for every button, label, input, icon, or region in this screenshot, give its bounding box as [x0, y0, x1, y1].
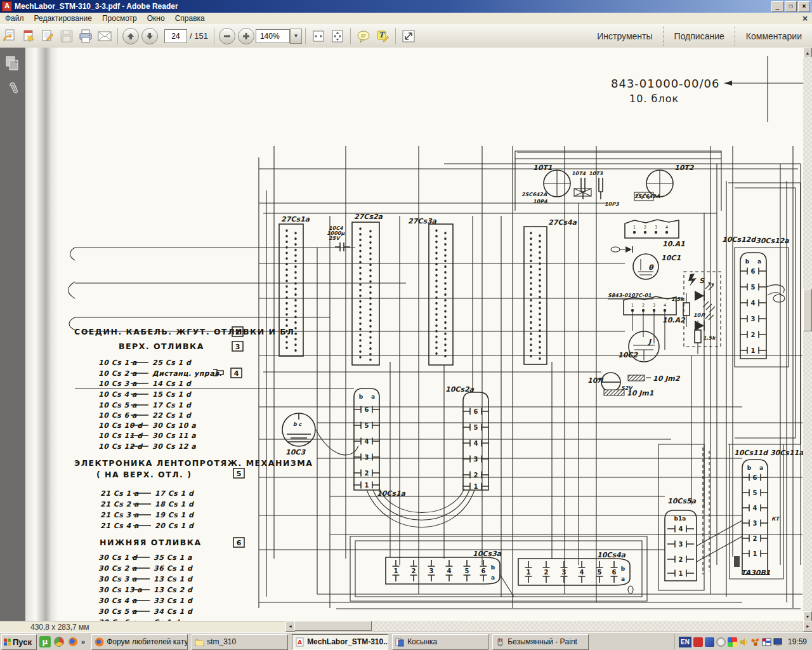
highlight-button[interactable]: T [373, 27, 392, 45]
zoom-level-value[interactable]: 140% [256, 29, 290, 43]
page-size-label: 430,8 x 283,7 мм [30, 623, 89, 632]
svg-text:2: 2 [235, 328, 240, 336]
quick-launch-overflow[interactable]: » [81, 638, 85, 646]
task-button-solitaire[interactable]: ♥ Косынка [392, 634, 488, 650]
fit-width-button[interactable] [309, 27, 328, 45]
minimize-button[interactable]: _ [771, 1, 783, 12]
create-pdf-button[interactable] [19, 27, 38, 45]
grid-icon[interactable] [762, 637, 771, 647]
scroll-right-button[interactable]: ► [803, 621, 812, 632]
comment-panel-button[interactable]: Комментарии [736, 29, 812, 44]
menu-view[interactable]: Просмотр [97, 14, 142, 23]
svg-text:6: 6 [237, 539, 242, 547]
tools-panel-button[interactable]: Инструменты [587, 29, 662, 44]
svg-text:3: 3 [562, 569, 566, 576]
paperclip-icon[interactable] [8, 82, 20, 93]
next-page-button[interactable] [140, 27, 159, 45]
previous-page-button[interactable] [121, 27, 140, 45]
start-button[interactable]: Пуск [1, 634, 37, 650]
task-button-stm310-folder[interactable]: stm_310 [192, 634, 288, 650]
volume-icon[interactable] [739, 637, 749, 647]
svg-text:4: 4 [580, 569, 584, 576]
transistor-labels: 2SC642A 10P4 2SC642A 10P3 [521, 189, 660, 207]
svg-text:15 Cs 1 d: 15 Cs 1 d [152, 390, 192, 399]
svg-text:13 Cs 2 d: 13 Cs 2 d [154, 586, 193, 594]
create-pdf-icon [24, 30, 34, 42]
convert-icon [4, 30, 14, 41]
svg-text:2: 2 [751, 331, 756, 338]
connector-10cs12: 10Cs12d 30Cs12a ba 6 5 4 3 2 1 [722, 235, 789, 359]
svg-text:3: 3 [653, 303, 655, 308]
task-button-mechlabor-pdf[interactable]: A MechLabor_STM-310... [292, 634, 388, 650]
svg-text:1: 1 [474, 483, 478, 490]
horizontal-scrollbar[interactable]: ◄ ► [285, 621, 812, 632]
section1-title: СОЕДИН. КАБЕЛЬ. ЖГУТ. ОТЛИВКИ И БЛ. [74, 327, 299, 336]
svg-text:4: 4 [679, 526, 683, 533]
horizontal-scroll-thumb[interactable] [294, 621, 372, 631]
folder-icon [195, 637, 204, 647]
svg-text:10C2: 10C2 [618, 351, 638, 359]
svg-text:5: 5 [237, 470, 242, 478]
email-button[interactable] [95, 27, 114, 45]
capacitor-10c1: θ 10C1 S843-0107C-01 [608, 254, 681, 299]
connector-27cs4a: 27Cs4a [524, 218, 577, 364]
navigation-sidebar [0, 48, 26, 621]
convert-file-button[interactable] [0, 27, 19, 45]
scroll-up-button[interactable]: ▲ [803, 48, 812, 58]
language-indicator[interactable]: EN [679, 637, 691, 647]
fullscreen-button[interactable] [399, 27, 418, 45]
vertical-scroll-track[interactable] [803, 57, 812, 611]
sign-file-button[interactable] [38, 27, 57, 45]
svg-text:6: 6 [365, 406, 369, 413]
svg-text:3: 3 [429, 567, 434, 574]
messenger-icon[interactable] [705, 637, 714, 647]
antivirus-icon[interactable] [693, 637, 703, 647]
zoom-out-button[interactable] [218, 27, 237, 45]
svg-text:30 Cs 3 a: 30 Cs 3 a [98, 575, 137, 583]
svg-text:27Cs1a: 27Cs1a [281, 215, 310, 223]
close-button[interactable]: × [798, 1, 810, 12]
restore-button[interactable]: ❐ [785, 1, 797, 12]
svg-text:5: 5 [753, 489, 757, 496]
task-button-forum[interactable]: Форум любителей кату... [91, 634, 188, 650]
task-button-paint[interactable]: Безымянный - Paint [492, 634, 589, 650]
lamp-10l: 10Л S2V 10 Jm2 10 Jm1 [587, 373, 681, 397]
molecule-icon[interactable] [750, 637, 760, 647]
svg-text:θ: θ [648, 263, 654, 272]
svg-text:a: a [491, 574, 495, 581]
svg-text:5: 5 [365, 422, 369, 429]
display-icon[interactable] [773, 637, 783, 647]
svg-text:1: 1 [365, 482, 369, 489]
svg-text:b c: b c [293, 421, 303, 427]
scroll-down-button[interactable]: ▼ [803, 611, 812, 621]
scroll-left-button[interactable]: ◄ [285, 621, 295, 632]
svg-text:30 Cs 5 a: 30 Cs 5 a [98, 607, 137, 616]
menu-window[interactable]: Окно [142, 14, 170, 23]
svg-text:a: a [621, 576, 625, 582]
page-number-input[interactable] [164, 29, 187, 43]
menu-file[interactable]: Файл [0, 14, 29, 23]
menu-help[interactable]: Справка [170, 14, 210, 23]
document-close-icon[interactable]: × [802, 14, 808, 23]
firefox-icon[interactable] [67, 636, 79, 647]
menu-edit[interactable]: Редактирование [29, 14, 97, 23]
zoom-in-button[interactable] [237, 27, 256, 45]
sign-icon [43, 30, 53, 41]
comment-button[interactable] [354, 27, 373, 45]
svg-text:4: 4 [665, 225, 668, 230]
disc-icon[interactable] [716, 637, 726, 647]
sign-panel-button[interactable]: Подписание [664, 29, 735, 44]
chrome-icon[interactable] [53, 636, 65, 647]
vertical-scrollbar[interactable]: ▲ ▼ [803, 48, 812, 621]
svg-text:22 Cs 1 d: 22 Cs 1 d [152, 411, 192, 420]
pages-icon[interactable] [6, 56, 18, 70]
zoom-out-icon [223, 32, 231, 40]
save-button[interactable] [57, 27, 76, 45]
svg-text:5: 5 [465, 567, 469, 574]
print-button[interactable] [76, 27, 95, 45]
color-icon[interactable] [728, 637, 737, 647]
zoom-dropdown-button[interactable]: ▼ [290, 29, 302, 44]
utorrent-icon[interactable]: µ [39, 636, 51, 647]
fit-page-button[interactable] [328, 27, 347, 45]
vertical-scroll-thumb[interactable] [803, 289, 812, 331]
